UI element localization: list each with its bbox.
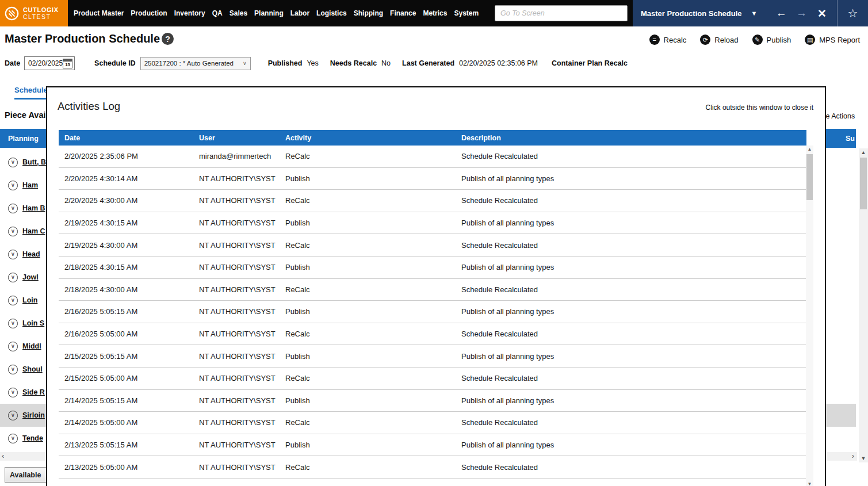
activity-log-row[interactable]: 2/13/2025 5:05:00 AM NT AUTHORITY\SYST R…	[59, 456, 806, 479]
activity-log-row[interactable]: 2/14/2025 5:05:00 AM NT AUTHORITY\SYST R…	[59, 412, 806, 434]
menu-item[interactable]: Production	[127, 9, 170, 17]
schedule-id-label: Schedule ID	[94, 59, 136, 67]
cell-user: NT AUTHORITY\SYST	[199, 219, 285, 227]
column-header[interactable]: User	[199, 134, 285, 142]
back-icon[interactable]: ←	[771, 7, 791, 20]
cell-user: NT AUTHORITY\SYST	[199, 441, 285, 449]
planning-row-label: Ham B	[22, 204, 45, 212]
chevron-down-circle-icon[interactable]: ∨	[8, 181, 18, 190]
column-header[interactable]: Date	[64, 134, 199, 142]
menu-item[interactable]: Metrics	[419, 9, 450, 17]
column-header-planning[interactable]: Planning	[8, 129, 39, 148]
chevron-down-circle-icon[interactable]: ∨	[8, 296, 18, 305]
planning-row-label: Middl	[22, 342, 41, 350]
scroll-down-icon[interactable]: ▼	[859, 456, 868, 461]
menu-item[interactable]: Product Master	[70, 9, 127, 17]
scroll-left-icon[interactable]: ‹	[2, 452, 4, 461]
goto-screen-input[interactable]	[495, 5, 628, 21]
scrollbar-thumb[interactable]	[806, 154, 813, 200]
cell-description: Publish of all planning types	[461, 219, 806, 227]
activity-log-row[interactable]: 2/18/2025 4:30:00 AM NT AUTHORITY\SYST R…	[59, 279, 806, 301]
column-header[interactable]: Description	[461, 134, 806, 142]
brand-logo[interactable]: CUTLOGIX CLTEST	[0, 0, 68, 26]
header-action-button[interactable]: ▤ MPS Report	[805, 35, 860, 45]
modal-scrollbar[interactable]: ▲ ▼	[806, 146, 813, 486]
cell-description: Schedule Recalculated	[461, 463, 806, 472]
menu-item[interactable]: Planning	[251, 9, 287, 17]
date-value: 02/20/2025	[28, 59, 63, 67]
cell-date: 2/19/2025 4:30:00 AM	[64, 241, 199, 250]
header-action-button[interactable]: = Recalc	[649, 35, 687, 45]
cell-activity: ReCalc	[285, 285, 461, 294]
help-icon[interactable]: ?	[162, 33, 174, 45]
publish-pencil-icon: ✎	[752, 35, 763, 45]
menu-item[interactable]: Inventory	[171, 9, 209, 17]
scroll-down-icon[interactable]: ▼	[806, 481, 813, 486]
scroll-up-icon[interactable]: ▲	[806, 147, 813, 152]
chevron-down-circle-icon[interactable]: ∨	[8, 365, 18, 374]
scroll-right-icon[interactable]: ›	[852, 452, 854, 461]
activity-log-row[interactable]: 2/13/2025 5:05:15 AM NT AUTHORITY\SYST P…	[59, 434, 806, 457]
chevron-down-circle-icon[interactable]: ∨	[8, 342, 18, 351]
chevron-down-circle-icon[interactable]: ∨	[8, 388, 18, 397]
container-plan-recalc-button[interactable]: Container Plan Recalc	[552, 59, 628, 67]
cell-activity: Publish	[285, 219, 461, 227]
vertical-scrollbar[interactable]: ▲ ▼	[859, 148, 868, 462]
date-input[interactable]: 02/20/2025 15	[24, 56, 75, 70]
screen-selector-label: Master Production Schedule	[641, 9, 742, 18]
planning-row-label: Side R	[22, 388, 45, 396]
activity-log-row[interactable]: 2/14/2025 5:05:15 AM NT AUTHORITY\SYST P…	[59, 390, 806, 412]
menu-item[interactable]: QA	[209, 9, 226, 17]
column-header[interactable]: Activity	[285, 134, 461, 142]
cell-description: Publish of all planning types	[461, 174, 806, 183]
menu-item[interactable]: Sales	[226, 9, 251, 17]
scrollbar-thumb[interactable]	[860, 158, 867, 209]
menu-item[interactable]: Finance	[387, 9, 419, 17]
top-nav: CUTLOGIX CLTEST Product Master Productio…	[0, 0, 868, 26]
activity-log-row[interactable]: 2/15/2025 5:05:00 AM NT AUTHORITY\SYST R…	[59, 368, 806, 390]
close-icon[interactable]: ✕	[812, 7, 832, 20]
activity-log-row[interactable]: 2/15/2025 5:05:15 AM NT AUTHORITY\SYST P…	[59, 345, 806, 368]
activity-log-row[interactable]: 2/19/2025 4:30:15 AM NT AUTHORITY\SYST P…	[59, 212, 806, 235]
tab-schedule[interactable]: Schedule	[14, 86, 48, 100]
forward-icon[interactable]: →	[791, 7, 812, 20]
activity-log-row[interactable]: 2/16/2025 5:05:00 AM NT AUTHORITY\SYST R…	[59, 323, 806, 346]
calendar-day: 15	[65, 62, 70, 68]
calendar-icon[interactable]: 15	[63, 59, 72, 68]
menu-item[interactable]: System	[450, 9, 482, 17]
chevron-down-circle-icon[interactable]: ∨	[8, 204, 18, 213]
chevron-down-circle-icon[interactable]: ∨	[8, 273, 18, 282]
activity-log-row[interactable]: 2/20/2025 4:30:00 AM NT AUTHORITY\SYST R…	[59, 190, 806, 212]
chevron-down-circle-icon[interactable]: ∨	[8, 227, 18, 236]
chevron-down-circle-icon[interactable]: ∨	[8, 411, 18, 420]
chevron-down-circle-icon[interactable]: ∨	[8, 434, 18, 443]
scroll-up-icon[interactable]: ▲	[859, 150, 868, 155]
screen-selector-dropdown[interactable]: Master Production Schedule ▼	[633, 0, 765, 26]
header-actions: = Recalc ⟳ Reload ✎ Publish ▤ MPS Report	[649, 35, 860, 45]
activity-log-row[interactable]: 2/20/2025 2:35:06 PM miranda@rimmertech …	[59, 146, 806, 168]
log-table-body: 2/20/2025 2:35:06 PM miranda@rimmertech …	[59, 146, 806, 479]
cell-activity: Publish	[285, 174, 461, 183]
cell-date: 2/16/2025 5:05:00 AM	[64, 330, 199, 338]
menu-item[interactable]: Logistics	[313, 9, 350, 17]
cell-date: 2/14/2025 5:05:15 AM	[64, 396, 199, 405]
column-header-summary[interactable]: Su	[846, 129, 855, 148]
chevron-down-circle-icon[interactable]: ∨	[8, 319, 18, 328]
favorite-star-icon[interactable]: ☆	[837, 0, 868, 26]
header-action-button[interactable]: ✎ Publish	[752, 35, 791, 45]
schedule-id-select[interactable]: 250217200 : * Auto Generated ∨	[140, 57, 251, 70]
activity-log-row[interactable]: 2/16/2025 5:05:15 AM NT AUTHORITY\SYST P…	[59, 301, 806, 323]
activity-log-row[interactable]: 2/18/2025 4:30:15 AM NT AUTHORITY\SYST P…	[59, 257, 806, 279]
chevron-down-icon: ∨	[243, 60, 247, 66]
header-action-button[interactable]: ⟳ Reload	[700, 35, 738, 45]
activity-log-row[interactable]: 2/20/2025 4:30:14 AM NT AUTHORITY\SYST P…	[59, 168, 806, 190]
menu-item[interactable]: Labor	[287, 9, 313, 17]
chevron-down-circle-icon[interactable]: ∨	[8, 158, 18, 167]
cell-date: 2/13/2025 5:05:00 AM	[64, 463, 199, 472]
cell-activity: Publish	[285, 263, 461, 271]
menu-item[interactable]: Shipping	[350, 9, 387, 17]
needs-recalc-value: No	[381, 59, 391, 67]
chevron-down-circle-icon[interactable]: ∨	[8, 250, 18, 259]
activity-log-row[interactable]: 2/19/2025 4:30:00 AM NT AUTHORITY\SYST R…	[59, 234, 806, 257]
cell-user: NT AUTHORITY\SYST	[199, 352, 285, 361]
